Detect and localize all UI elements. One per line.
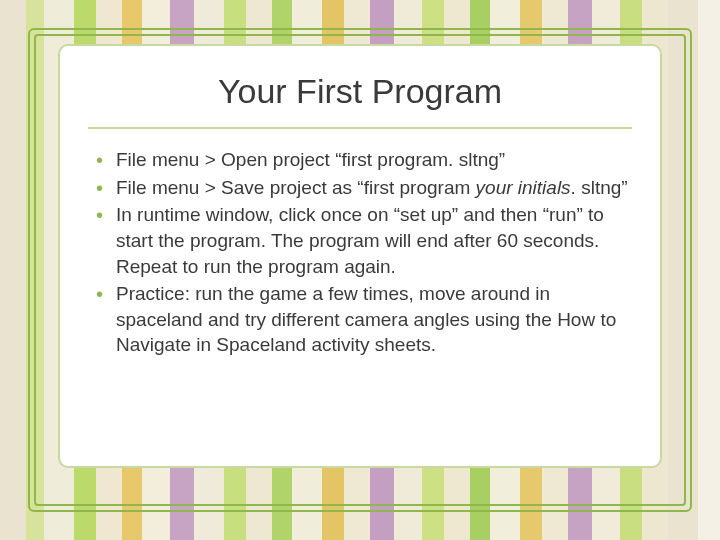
bullet-item: File menu > Save project as “first progr… [94, 175, 632, 201]
corner-decoration-tr [670, 0, 720, 50]
bullet-text-post: . sltng” [571, 177, 628, 198]
bullet-item: Practice: run the game a few times, move… [94, 281, 632, 358]
bullet-text: In runtime window, click once on “set up… [116, 204, 604, 276]
bullet-item: In runtime window, click once on “set up… [94, 202, 632, 279]
corner-decoration-tl [0, 0, 50, 50]
bullet-list: File menu > Open project “first program.… [88, 147, 632, 358]
bullet-text: File menu > Save project as “first progr… [116, 177, 476, 198]
bullet-item: File menu > Open project “first program.… [94, 147, 632, 173]
corner-decoration-bl [0, 490, 50, 540]
bullet-text: Practice: run the game a few times, move… [116, 283, 616, 355]
content-card: Your First Program File menu > Open proj… [58, 44, 662, 468]
slide-title: Your First Program [88, 64, 632, 129]
corner-decoration-br [670, 490, 720, 540]
bullet-italic: your initials [476, 177, 571, 198]
bullet-text: File menu > Open project “first program.… [116, 149, 505, 170]
